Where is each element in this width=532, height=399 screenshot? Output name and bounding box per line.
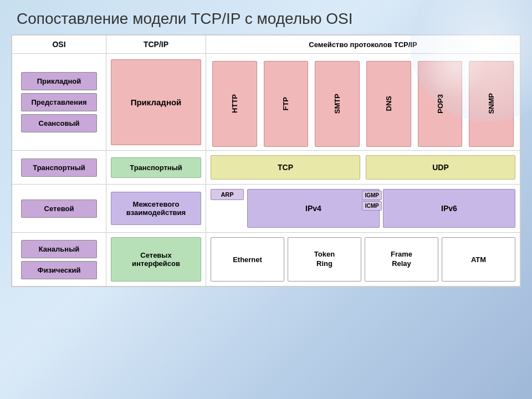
- proto-icmp: ICMP: [362, 201, 382, 211]
- osi-transport-cell: Транспортный: [12, 151, 106, 185]
- transport-protocols-cell: TCP UDP: [206, 151, 520, 185]
- osi-physical-box: Физический: [21, 261, 97, 279]
- osi-app-presentation-session: Прикладной Представления Сеансовый: [12, 54, 106, 151]
- tcpip-internet-box: Межсетевого взаимодействия: [111, 192, 201, 225]
- proto-frame-relay: FrameRelay: [365, 237, 438, 282]
- tcpip-internet-cell: Межсетевого взаимодействия: [106, 185, 206, 233]
- osi-presentation-box: Представления: [21, 93, 97, 111]
- tcpip-network-cell: Сетевых интерфейсов: [106, 233, 206, 287]
- proto-smtp: SMTP: [315, 61, 360, 147]
- tcpip-application-cell: Прикладной: [106, 54, 206, 151]
- proto-ipv6: IPv6: [383, 189, 515, 228]
- app-protocols-cell: HTTP FTP SMTP DNS POP3 SNMP: [206, 54, 520, 151]
- tcpip-application-box: Прикладной: [111, 59, 201, 145]
- proto-atm: ATM: [442, 237, 515, 282]
- proto-ftp: FTP: [264, 61, 309, 147]
- proto-pop3: POP3: [418, 61, 463, 147]
- proto-snmp: SNMP: [469, 61, 514, 147]
- osi-session-box: Сеансовый: [21, 114, 97, 132]
- proto-tcp: TCP: [211, 155, 360, 180]
- proto-http: HTTP: [212, 61, 257, 147]
- tcpip-transport-box: Транспортный: [111, 157, 201, 178]
- proto-ipv4: IPv4 IGMP ICMP: [247, 189, 380, 228]
- diagram-wrapper: OSI TCP/IP Семейство протоколов TCP/IP П…: [11, 34, 521, 287]
- proto-dns: DNS: [366, 61, 411, 147]
- osi-network-cell: Сетевой: [12, 185, 106, 233]
- proto-igmp: IGMP: [362, 191, 382, 200]
- osi-header: OSI: [12, 35, 106, 54]
- proto-arp: ARP: [211, 189, 244, 200]
- tcpip-network-box: Сетевых интерфейсов: [111, 237, 201, 282]
- network-protocols-cell: Ethernet TokenRing FrameRelay ATM: [206, 233, 520, 287]
- osi-datalink-box: Канальный: [21, 240, 97, 258]
- osi-transport-box: Транспортный: [21, 158, 97, 177]
- tcpip-transport-cell: Транспортный: [106, 151, 206, 185]
- proto-token-ring: TokenRing: [288, 237, 361, 282]
- osi-datalink-physical-cell: Канальный Физический: [12, 233, 106, 287]
- protocols-header: Семейство протоколов TCP/IP: [206, 35, 520, 54]
- proto-udp: UDP: [366, 155, 515, 180]
- osi-application-box: Прикладной: [21, 72, 97, 90]
- page-title: Сопоставление модели TCP/IP с моделью OS…: [0, 0, 532, 34]
- osi-network-box: Сетевой: [21, 200, 97, 218]
- proto-ethernet: Ethernet: [211, 237, 284, 282]
- tcpip-header: TCP/IP: [106, 35, 206, 54]
- internet-protocols-cell: ARP IPv4 IGMP ICMP IPv6: [206, 185, 520, 233]
